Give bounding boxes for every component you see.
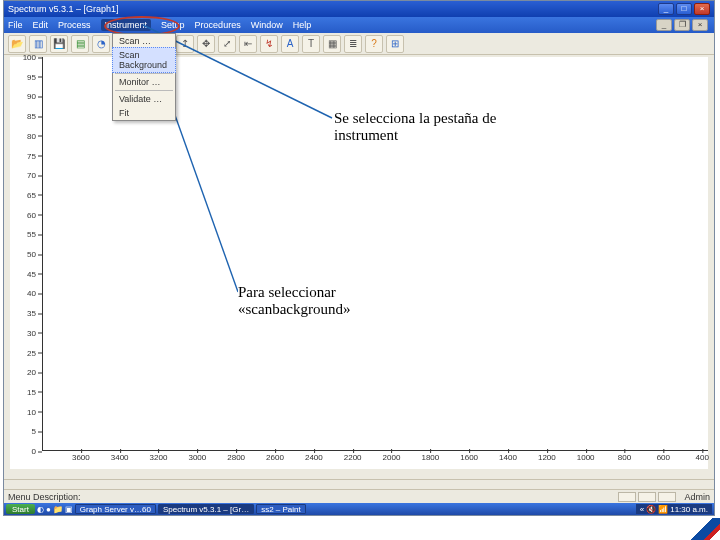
status-cell — [658, 492, 676, 502]
x-tick: 2000 — [383, 453, 401, 462]
mdi-close-button[interactable]: × — [692, 19, 708, 31]
maximize-button[interactable]: □ — [676, 3, 692, 15]
mdi-restore-button[interactable]: ❐ — [674, 19, 690, 31]
toolbar: 📂▥💾▤◔◕■▶↥✥⤢⇤↯AT▦≣?⊞ — [4, 33, 714, 55]
x-tick: 2600 — [266, 453, 284, 462]
system-tray[interactable]: «🔇📶11:30 a.m. — [636, 504, 712, 514]
y-tick: 70 — [27, 171, 36, 180]
y-tick: 40 — [27, 289, 36, 298]
y-tick: 35 — [27, 309, 36, 318]
y-tick: 5 — [32, 427, 36, 436]
menu-process[interactable]: Process — [58, 20, 91, 30]
x-tick: 1400 — [499, 453, 517, 462]
x-tick: 2400 — [305, 453, 323, 462]
x-tick: 1200 — [538, 453, 556, 462]
y-tick: 0 — [32, 447, 36, 456]
menubar[interactable]: FileEditProcessInstrumentSetupProcedures… — [4, 17, 714, 33]
status-right: Admin — [684, 492, 710, 502]
x-tick: 3600 — [72, 453, 90, 462]
tray-item[interactable]: 🔇 — [646, 505, 656, 514]
x-tick: 400 — [695, 453, 708, 462]
open-folder-icon[interactable]: 📂 — [8, 35, 26, 53]
y-tick: 75 — [27, 151, 36, 160]
label-t-icon[interactable]: T — [302, 35, 320, 53]
quicklaunch-icon[interactable]: ● — [46, 505, 51, 514]
menu-window[interactable]: Window — [251, 20, 283, 30]
tray-item[interactable]: 📶 — [658, 505, 668, 514]
tray-item[interactable]: « — [640, 505, 644, 514]
menu-procedures[interactable]: Procedures — [195, 20, 241, 30]
zoom-prev-icon[interactable]: ⇤ — [239, 35, 257, 53]
quicklaunch-icon[interactable]: ▣ — [65, 505, 73, 514]
x-tick: 1800 — [421, 453, 439, 462]
y-tick: 20 — [27, 368, 36, 377]
xy-axis-icon[interactable]: ↯ — [260, 35, 278, 53]
tray-item[interactable]: 11:30 a.m. — [670, 505, 708, 514]
menu-edit[interactable]: Edit — [33, 20, 49, 30]
instrument-menu-dropdown[interactable]: Scan …Scan BackgroundMonitor …Validate …… — [112, 33, 176, 121]
taskbar-item[interactable]: Spectrum v5.3.1 – [Gr… — [158, 504, 254, 514]
save-icon[interactable]: 💾 — [50, 35, 68, 53]
slide-corner-brand — [686, 518, 720, 540]
y-tick: 90 — [27, 92, 36, 101]
scrollbar-area[interactable] — [4, 479, 714, 489]
y-tick: 55 — [27, 230, 36, 239]
y-tick: 100 — [23, 53, 36, 62]
menu-item-scan-background[interactable]: Scan Background — [112, 47, 176, 73]
pointer-up-icon[interactable]: ↥ — [176, 35, 194, 53]
status-bar: Menu Description: Admin — [4, 489, 714, 503]
mdi-minimize-button[interactable]: _ — [656, 19, 672, 31]
text-a-icon[interactable]: A — [281, 35, 299, 53]
window-icon[interactable]: ⊞ — [386, 35, 404, 53]
y-axis: 1009590858075706560555045403530252015105… — [10, 57, 42, 451]
y-tick: 10 — [27, 407, 36, 416]
x-tick: 3000 — [188, 453, 206, 462]
menu-setup[interactable]: Setup — [161, 20, 185, 30]
y-tick: 60 — [27, 210, 36, 219]
y-tick: 45 — [27, 269, 36, 278]
y-tick: 85 — [27, 112, 36, 121]
x-tick: 600 — [657, 453, 670, 462]
taskbar-item[interactable]: ss2 – Paint — [256, 504, 306, 514]
menu-item-monitor[interactable]: Monitor … — [113, 75, 175, 89]
x-tick: 2200 — [344, 453, 362, 462]
y-tick: 65 — [27, 190, 36, 199]
menu-item-fit[interactable]: Fit — [113, 106, 175, 120]
annotation-scanbackground: Para seleccionar «scanbackground» — [238, 284, 398, 319]
quicklaunch-icon[interactable]: 📁 — [53, 505, 63, 514]
scan-icon[interactable]: ◔ — [92, 35, 110, 53]
book-icon[interactable]: ▥ — [29, 35, 47, 53]
start-button[interactable]: Start — [6, 504, 35, 514]
x-tick: 3200 — [150, 453, 168, 462]
x-tick: 800 — [618, 453, 631, 462]
application-window: Spectrum v5.3.1 – [Graph1] _ □ × FileEdi… — [3, 0, 715, 516]
x-tick: 1000 — [577, 453, 595, 462]
menu-item-scan[interactable]: Scan … — [113, 34, 175, 48]
zoom-auto-icon[interactable]: ⤢ — [218, 35, 236, 53]
pan-icon[interactable]: ✥ — [197, 35, 215, 53]
taskbar[interactable]: Start◐●📁▣Graph Server v…60Spectrum v5.3.… — [4, 503, 714, 515]
x-tick: 3400 — [111, 453, 129, 462]
minimize-button[interactable]: _ — [658, 3, 674, 15]
mdi-child-controls: _ ❐ × — [654, 19, 708, 31]
menu-instrument[interactable]: Instrument — [101, 19, 152, 31]
graph-icon[interactable]: ▤ — [71, 35, 89, 53]
list-icon[interactable]: ≣ — [344, 35, 362, 53]
y-tick: 95 — [27, 72, 36, 81]
menu-help[interactable]: Help — [293, 20, 312, 30]
menu-item-validate[interactable]: Validate … — [113, 92, 175, 106]
x-tick: 2800 — [227, 453, 245, 462]
close-button[interactable]: × — [694, 3, 710, 15]
status-cell — [618, 492, 636, 502]
menu-file[interactable]: File — [8, 20, 23, 30]
help-icon[interactable]: ? — [365, 35, 383, 53]
titlebar: Spectrum v5.3.1 – [Graph1] _ □ × — [4, 1, 714, 17]
x-axis: 3600340032003000280026002400220020001800… — [42, 451, 708, 469]
quicklaunch-icon[interactable]: ◐ — [37, 505, 44, 514]
y-tick: 25 — [27, 348, 36, 357]
grid-icon[interactable]: ▦ — [323, 35, 341, 53]
x-tick: 1600 — [460, 453, 478, 462]
status-left: Menu Description: — [8, 492, 81, 502]
y-tick: 15 — [27, 387, 36, 396]
taskbar-item[interactable]: Graph Server v…60 — [75, 504, 156, 514]
